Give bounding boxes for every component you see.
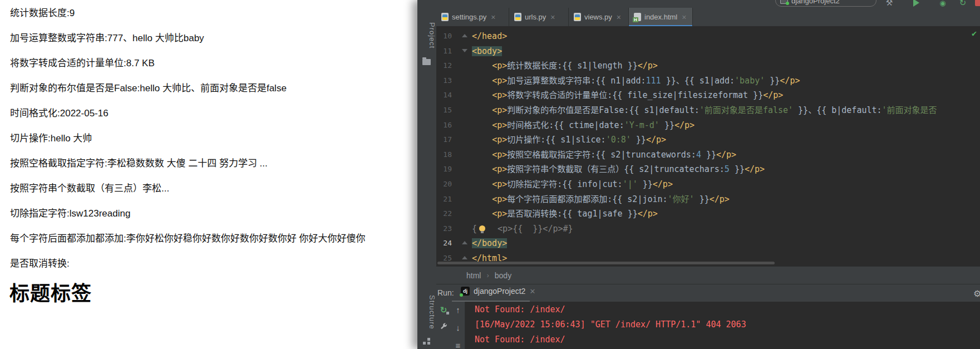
code-line: 22 <p>是否取消转换:{{ tag1|safe }}</p> xyxy=(436,207,980,222)
rendered-paragraph: 判断对象的布尔值是否是False:hello 大帅比、前面对象是否是false xyxy=(10,82,417,95)
run-tab-close-icon[interactable]: ✕ xyxy=(529,287,535,296)
gutter-fold-column xyxy=(452,58,472,73)
rendered-paragraph: 按照空格截取指定字符:李松稳数数数 大傻 二十四 努力学习 ... xyxy=(10,157,417,170)
code-line: 21 <p>每个字符后面都添加都添加:{{ s2|join:'你好' }}</p… xyxy=(436,192,980,207)
stop-icon[interactable] xyxy=(974,0,980,7)
tool-window-stripe: Project Structure xyxy=(417,8,437,349)
log-line: [16/May/2022 15:06:43] "GET /index/ HTTP… xyxy=(475,317,980,332)
rendered-paragraph: 加号运算整数或字符串:777、hello 大帅比baby xyxy=(10,32,417,45)
python-file-icon xyxy=(574,13,581,21)
gutter-fold-column xyxy=(452,222,472,237)
line-number: 23 xyxy=(436,222,452,237)
build-hammer-icon[interactable]: ⚒ xyxy=(885,0,894,7)
tab-settings.py[interactable]: settings.py× xyxy=(436,8,509,26)
code-text: <p>是否取消转换:{{ tag1|safe }}</p> xyxy=(472,207,980,222)
code-line: 16 <p>时间格式化:{{ ctime|date:'Y-m-d' }}</p> xyxy=(436,118,980,133)
code-line: 10</head> xyxy=(436,29,980,44)
page-heading: 标题标签 xyxy=(9,282,417,306)
breadcrumb-html[interactable]: html xyxy=(466,271,481,280)
gutter-fold-column xyxy=(452,88,472,103)
app-window-icon xyxy=(780,0,788,4)
gutter-fold-column xyxy=(452,103,472,118)
code-text: <p>判断对象的布尔值是否是False:{{ s1|default:'前面对象是… xyxy=(472,103,980,118)
ide-titlebar: djangoProject2 ⚒ ◉ ↻ xyxy=(417,0,980,8)
lightbulb-icon[interactable] xyxy=(479,225,486,233)
html-file-icon xyxy=(634,13,641,21)
tab-index.html[interactable]: index.html× xyxy=(629,8,693,26)
fold-marker-icon[interactable] xyxy=(462,241,467,244)
screen: 统计数据长度:9加号运算整数或字符串:777、hello 大帅比baby将数字转… xyxy=(0,0,980,349)
horizontal-scrollbar[interactable] xyxy=(437,262,775,264)
fold-marker-icon[interactable] xyxy=(462,34,467,37)
run-tab-djangoProject2[interactable]: dj djangoProject2 ✕ xyxy=(461,287,535,296)
run-toolbar: ↻ ↑ ↓ ≡ xyxy=(436,302,465,349)
code-line: 18 <p>按照空格截取指定字符:{{ s2|truncatewords:4 }… xyxy=(436,148,980,163)
run-console[interactable]: Not Found: /index/[16/May/2022 15:06:43]… xyxy=(465,302,980,349)
tab-close-icon[interactable]: × xyxy=(617,13,621,22)
fold-marker-icon[interactable] xyxy=(462,49,467,52)
code-line: 17 <p>切片操作:{{ s1|slice:'0:8' }}</p> xyxy=(436,132,980,148)
rendered-paragraph: 时间格式化:2022-05-16 xyxy=(10,107,417,120)
tab-label: settings.py xyxy=(452,13,486,21)
project-toolwindow-button[interactable]: Project xyxy=(417,16,436,56)
line-number: 17 xyxy=(436,132,452,148)
code-text: <body> xyxy=(472,44,980,59)
wrench-icon xyxy=(440,323,448,331)
chevron-right-icon: › xyxy=(486,271,489,279)
rendered-paragraph: 将数字转成合适的计量单位:8.7 KB xyxy=(10,57,417,70)
line-number: 12 xyxy=(436,58,452,73)
line-number: 10 xyxy=(436,29,452,44)
line-number: 24 xyxy=(436,236,452,251)
rendered-paragraph: 切片操作:hello 大帅 xyxy=(10,132,417,145)
line-number: 18 xyxy=(436,148,452,163)
log-line: Not Found: /index/ xyxy=(475,302,980,317)
line-number: 14 xyxy=(436,88,452,103)
structure-icon xyxy=(423,338,430,345)
code-line: 13 <p>加号运算整数或字符串:{{ n1|add:111 }}、{{ s1|… xyxy=(436,73,980,89)
tab-urls.py[interactable]: urls.py× xyxy=(509,8,569,26)
tab-label: views.py xyxy=(584,13,612,21)
fold-marker-icon[interactable] xyxy=(462,256,467,259)
code-text: <p>时间格式化:{{ ctime|date:'Y-m-d' }}</p> xyxy=(472,118,980,133)
tab-close-icon[interactable]: × xyxy=(491,13,495,22)
gutter-fold-column xyxy=(452,236,472,251)
gutter-fold-column xyxy=(452,207,472,222)
gutter-fold-column xyxy=(452,192,472,207)
code-text: <p>统计数据长度:{{ s1|length }}</p> xyxy=(472,58,980,73)
code-text: <p>按照字符串个数截取（有三点）{{ s2|truncatechars:5 }… xyxy=(472,162,980,177)
arrow-down-icon[interactable]: ↓ xyxy=(453,323,463,333)
arrow-up-icon[interactable]: ↑ xyxy=(453,305,463,315)
code-editor[interactable]: 10</head>11<body>12 <p>统计数据长度:{{ s1|leng… xyxy=(436,26,980,266)
tab-label: index.html xyxy=(644,13,677,21)
rendered-paragraph: 每个字符后面都添加都添加:李你好松你好稳你好数你好数你好数你好 你好大你好傻你 xyxy=(10,232,417,245)
gutter-fold-column xyxy=(452,132,472,148)
debug-icon[interactable]: ◉ xyxy=(938,0,947,7)
line-number: 22 xyxy=(436,207,452,222)
code-line: 19 <p>按照字符串个数截取（有三点）{{ s2|truncatechars:… xyxy=(436,162,980,177)
run-panel-header: Run: dj djangoProject2 ✕ ⚙ — xyxy=(436,284,980,302)
tab-close-icon[interactable]: × xyxy=(682,13,686,22)
structure-toolwindow-button[interactable]: Structure xyxy=(417,291,436,333)
line-number: 15 xyxy=(436,103,452,118)
settings-wrench-icon[interactable] xyxy=(439,323,449,333)
gutter-fold-column xyxy=(452,162,472,177)
inspections-ok-icon: ✔ xyxy=(972,28,977,38)
pycharm-window: djangoProject2 ⚒ ◉ ↻ Project Structure s… xyxy=(417,0,980,349)
run-config-name: djangoProject2 xyxy=(791,0,840,5)
rerun-icon[interactable]: ↻ xyxy=(958,0,967,7)
rendered-paragraph: 按照字符串个数截取（有三点）李松... xyxy=(10,182,417,195)
rerun-server-icon[interactable]: ↻ xyxy=(439,305,449,315)
run-config-selector[interactable]: djangoProject2 xyxy=(775,0,876,7)
code-line: 11<body> xyxy=(436,44,980,59)
tab-views.py[interactable]: views.py× xyxy=(569,8,629,26)
code-text: <p>切片操作:{{ s1|slice:'0:8' }}</p> xyxy=(472,132,980,148)
run-icon[interactable] xyxy=(912,0,920,7)
hamburger-icon[interactable]: ≡ xyxy=(453,341,463,349)
run-panel: ↻ ↑ ↓ ≡ Not Found: /index/[16/May/2022 1… xyxy=(436,302,980,349)
gutter-fold-column xyxy=(452,44,472,59)
tab-close-icon[interactable]: × xyxy=(550,13,555,22)
breadcrumb-body[interactable]: body xyxy=(495,271,511,280)
code-text: <p>加号运算整数或字符串:{{ n1|add:111 }}、{{ s1|add… xyxy=(472,73,980,89)
tab-label: urls.py xyxy=(525,13,546,21)
gear-icon[interactable]: ⚙ xyxy=(973,288,980,299)
